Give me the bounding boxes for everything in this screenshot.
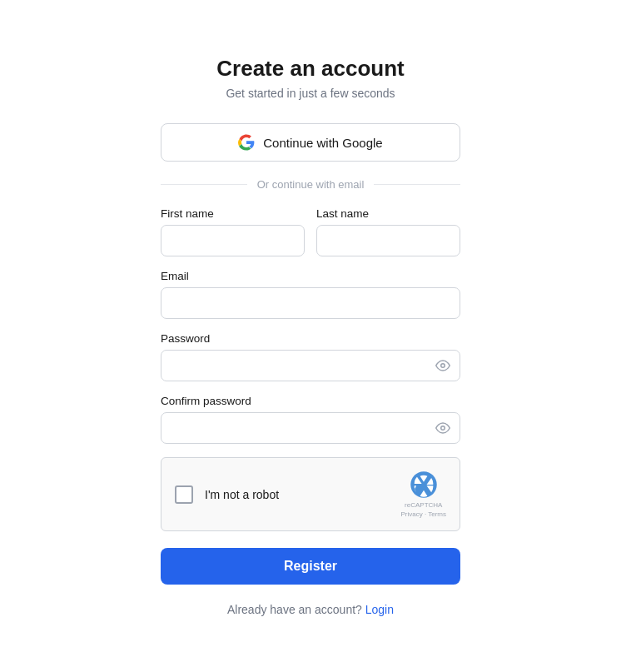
captcha-widget[interactable]: I'm not a robot reCAPTCHA Privacy · Term…	[161, 457, 460, 531]
confirm-password-input[interactable]	[161, 412, 460, 444]
confirm-password-label: Confirm password	[161, 395, 460, 407]
password-input[interactable]	[161, 350, 460, 381]
google-logo-icon	[238, 134, 255, 151]
confirm-password-field: Confirm password	[161, 395, 460, 444]
confirm-password-toggle-icon[interactable]	[435, 421, 450, 436]
last-name-label: Last name	[316, 207, 460, 220]
captcha-left: I'm not a robot	[175, 485, 279, 504]
confirm-password-wrapper	[161, 412, 460, 444]
captcha-branding: reCAPTCHA Privacy · Terms	[400, 470, 446, 519]
email-input[interactable]	[161, 287, 460, 319]
google-button-label: Continue with Google	[263, 136, 382, 150]
email-label: Email	[161, 270, 460, 282]
first-name-field: First name	[161, 207, 305, 256]
register-button[interactable]: Register	[161, 548, 460, 585]
name-row: First name Last name	[161, 207, 460, 256]
password-label: Password	[161, 332, 460, 345]
recaptcha-branding-text: reCAPTCHA Privacy · Terms	[400, 501, 446, 519]
password-field: Password	[161, 332, 460, 381]
divider: Or continue with email	[161, 178, 460, 191]
email-field: Email	[161, 270, 460, 319]
google-signin-button[interactable]: Continue with Google	[161, 123, 460, 162]
divider-line-right	[374, 184, 460, 185]
first-name-label: First name	[161, 207, 305, 220]
last-name-field: Last name	[316, 207, 460, 256]
last-name-input[interactable]	[316, 225, 460, 256]
page-subtitle: Get started in just a few seconds	[226, 87, 395, 100]
svg-point-1	[441, 426, 445, 431]
login-prompt: Already have an account? Login	[227, 603, 394, 616]
first-name-input[interactable]	[161, 225, 305, 256]
captcha-checkbox[interactable]	[175, 485, 193, 504]
divider-line-left	[161, 184, 247, 185]
divider-text: Or continue with email	[257, 178, 365, 191]
recaptcha-logo-icon	[409, 470, 439, 500]
login-prompt-text: Already have an account?	[227, 603, 362, 616]
captcha-label: I'm not a robot	[205, 488, 279, 501]
password-wrapper	[161, 350, 460, 381]
page-title: Create an account	[216, 56, 404, 82]
password-toggle-icon[interactable]	[435, 358, 450, 373]
svg-point-0	[441, 364, 445, 368]
signup-form: Create an account Get started in just a …	[161, 56, 460, 616]
login-link[interactable]: Login	[365, 603, 394, 616]
